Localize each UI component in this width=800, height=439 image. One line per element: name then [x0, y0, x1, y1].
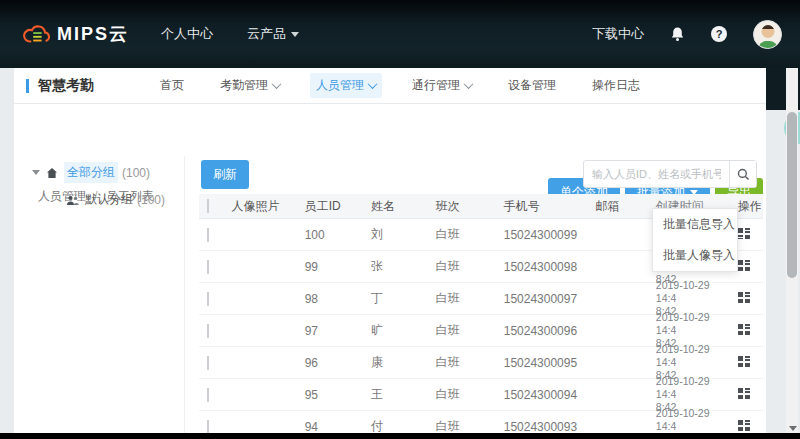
- group-count-default: (100): [137, 193, 165, 207]
- search-input[interactable]: [584, 161, 729, 187]
- row-checkbox[interactable]: [207, 388, 209, 402]
- search-icon: [737, 168, 750, 181]
- row-checkbox[interactable]: [207, 260, 209, 274]
- operations-grid-icon[interactable]: [738, 228, 750, 239]
- chevron-down-icon: [291, 32, 299, 37]
- dropdown-item-batch-info-import[interactable]: 批量信息导入: [653, 209, 737, 240]
- user-avatar[interactable]: [753, 20, 782, 49]
- app-subnav: 智慧考勤 首页 考勤管理 人员管理 通行管理 设备管理 操作日志: [14, 68, 766, 104]
- col-header-phone: 手机号: [494, 198, 586, 215]
- group-label-all: 全部分组: [64, 162, 118, 183]
- main-panel: 智慧考勤 首页 考勤管理 人员管理 通行管理 设备管理 操作日志: [14, 68, 766, 433]
- col-header-email: 邮箱: [585, 198, 646, 215]
- brand-name: MIPS云: [57, 22, 129, 46]
- employee-table-zone: 刷新 人像照片 员工ID 姓名 班次 手机号 邮箱 创建时间: [184, 156, 763, 433]
- subnav-menu: 首页 考勤管理 人员管理 通行管理 设备管理 操作日志: [154, 73, 646, 98]
- operations-grid-icon[interactable]: [738, 260, 750, 271]
- col-header-photo: 人像照片: [224, 198, 294, 215]
- bell-icon[interactable]: [670, 26, 685, 42]
- tab-device-mgmt[interactable]: 设备管理: [502, 73, 562, 98]
- tab-personnel-mgmt[interactable]: 人员管理: [310, 73, 382, 98]
- top-navigation-bar: MIPS云 个人中心 云产品 下载中心 ?: [0, 0, 800, 68]
- group-label-default: 默认分组: [85, 191, 133, 208]
- group-tree-sidebar: 全部分组 (100) 默认分组 (100): [14, 156, 180, 433]
- search-box: [583, 160, 757, 188]
- row-checkbox[interactable]: [207, 324, 209, 338]
- title-accent-bar: [26, 79, 29, 93]
- scrollbar-down-arrow[interactable]: [789, 426, 797, 431]
- menu-item-personal-center[interactable]: 个人中心: [161, 25, 213, 43]
- page-scrollbar[interactable]: [786, 68, 798, 433]
- sidebar-item-all-groups[interactable]: 全部分组 (100): [32, 162, 180, 183]
- operations-grid-icon[interactable]: [738, 292, 750, 303]
- topbar-right-group: 下载中心 ?: [592, 0, 782, 68]
- group-count-all: (100): [122, 166, 150, 180]
- row-checkbox[interactable]: [207, 420, 209, 434]
- app-title-block: 智慧考勤: [26, 77, 154, 95]
- refresh-button[interactable]: 刷新: [201, 160, 249, 189]
- cloud-logo-icon: [22, 23, 50, 45]
- tab-home[interactable]: 首页: [154, 73, 190, 98]
- operations-grid-icon[interactable]: [738, 388, 750, 399]
- operations-grid-icon[interactable]: [738, 420, 750, 431]
- col-header-shift: 班次: [425, 198, 493, 215]
- row-checkbox[interactable]: [207, 228, 209, 242]
- tab-access-mgmt[interactable]: 通行管理: [406, 73, 478, 98]
- chevron-down-icon: [272, 79, 282, 89]
- tree-expand-caret-icon[interactable]: [32, 170, 40, 175]
- chevron-down-icon: [368, 79, 378, 89]
- group-people-icon: [66, 194, 79, 206]
- page-scrollbar-thumb[interactable]: [787, 112, 797, 278]
- row-checkbox[interactable]: [207, 356, 209, 370]
- operations-grid-icon[interactable]: [738, 324, 750, 335]
- letterbox-bottom: [0, 433, 800, 439]
- tab-operation-log[interactable]: 操作日志: [586, 73, 646, 98]
- menu-item-cloud-products[interactable]: 云产品: [247, 25, 299, 43]
- sidebar-item-default-group[interactable]: 默认分组 (100): [66, 191, 180, 208]
- operations-grid-icon[interactable]: [738, 356, 750, 367]
- col-header-name: 姓名: [361, 198, 425, 215]
- select-all-checkbox[interactable]: [207, 199, 209, 213]
- row-checkbox[interactable]: [207, 292, 209, 306]
- search-button[interactable]: [729, 161, 756, 187]
- batch-add-dropdown: 批量信息导入 批量人像导入: [652, 208, 738, 272]
- download-center-link[interactable]: 下载中心: [592, 25, 644, 43]
- app-title: 智慧考勤: [38, 77, 94, 95]
- home-icon: [46, 167, 58, 179]
- help-icon[interactable]: ?: [711, 26, 727, 42]
- tab-attendance-mgmt[interactable]: 考勤管理: [214, 73, 286, 98]
- col-header-id: 员工ID: [295, 198, 361, 215]
- dropdown-item-batch-portrait-import[interactable]: 批量人像导入: [653, 240, 737, 271]
- top-menu: 个人中心 云产品: [161, 25, 299, 43]
- brand-logo[interactable]: MIPS云: [22, 22, 129, 46]
- chevron-down-icon: [464, 79, 474, 89]
